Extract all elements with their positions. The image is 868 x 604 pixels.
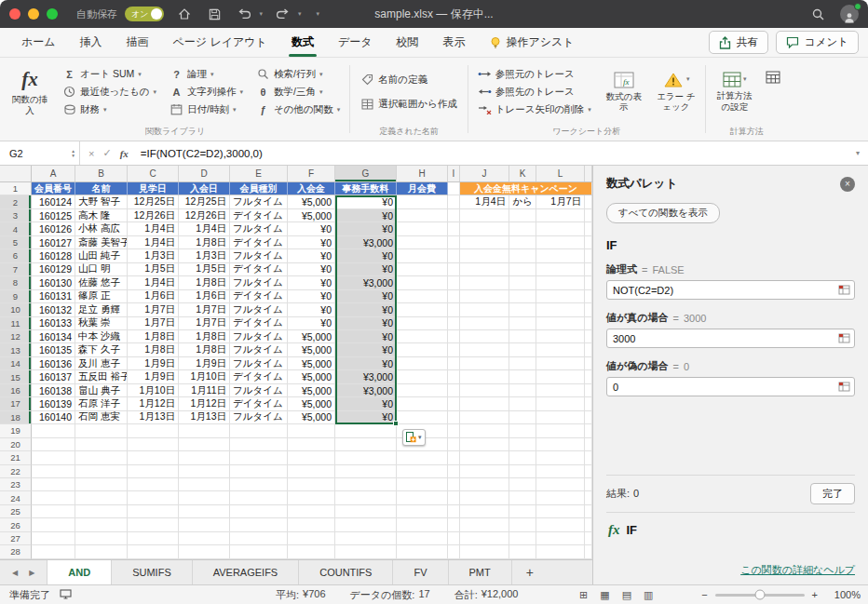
cell-M7[interactable] — [585, 263, 592, 276]
cell-J10[interactable] — [460, 303, 509, 316]
column-header-D[interactable]: D — [179, 166, 230, 181]
cell-M6[interactable] — [585, 249, 592, 262]
cell-J11[interactable] — [460, 317, 509, 330]
cell-I28[interactable] — [448, 545, 460, 558]
row-header-14[interactable]: 14 — [0, 357, 32, 370]
cell-A14[interactable]: 160136 — [32, 357, 75, 370]
cell-E16[interactable]: フルタイム — [230, 384, 288, 397]
row-header-23[interactable]: 23 — [0, 478, 32, 491]
cell-K7[interactable] — [509, 263, 536, 276]
row-header-10[interactable]: 10 — [0, 303, 32, 316]
cell-C17[interactable]: 1月12日 — [128, 397, 179, 410]
cell-J12[interactable] — [460, 330, 509, 343]
cell-J19[interactable] — [460, 424, 509, 437]
cell-H23[interactable] — [397, 478, 448, 491]
cell-D13[interactable]: 1月8日 — [179, 343, 230, 356]
cell-I10[interactable] — [448, 303, 460, 316]
cell-D18[interactable]: 1月13日 — [179, 411, 230, 424]
cell-K9[interactable] — [509, 290, 536, 303]
cell-J24[interactable] — [460, 491, 509, 504]
cell-D10[interactable]: 1月7日 — [179, 303, 230, 316]
cell-H11[interactable] — [397, 317, 448, 330]
zoom-level[interactable]: 100% — [825, 589, 861, 600]
cell-D15[interactable]: 1月10日 — [179, 370, 230, 383]
cell-A13[interactable]: 160135 — [32, 343, 75, 356]
cell-K26[interactable] — [509, 518, 536, 531]
cell-B26[interactable] — [75, 518, 128, 531]
autosave-toggle[interactable]: オン — [125, 7, 164, 21]
cell-M20[interactable] — [585, 438, 592, 451]
sheet-nav-right-icon[interactable]: ▶ — [29, 569, 34, 577]
cell-E18[interactable]: フルタイム — [230, 411, 288, 424]
cell-F16[interactable]: ¥5,000 — [288, 384, 335, 397]
cell-B18[interactable]: 石岡 恵実 — [75, 411, 128, 424]
cell-I20[interactable] — [448, 438, 460, 451]
cell-L18[interactable] — [536, 411, 585, 424]
cell-C9[interactable]: 1月6日 — [128, 290, 179, 303]
cell-C3[interactable]: 12月26日 — [128, 209, 179, 222]
column-header-F[interactable]: F — [288, 166, 335, 181]
cell-B21[interactable] — [75, 451, 128, 464]
cell-M21[interactable] — [585, 451, 592, 464]
cell-E14[interactable]: フルタイム — [230, 357, 288, 370]
cell-L19[interactable] — [536, 424, 585, 437]
cell-B17[interactable]: 石原 洋子 — [75, 397, 128, 410]
cell-D21[interactable] — [179, 451, 230, 464]
cell-L6[interactable] — [536, 249, 585, 262]
date-time-button[interactable]: 日付/時刻 ▾ — [170, 103, 243, 116]
cell-G2[interactable]: ¥0 — [335, 195, 397, 208]
cell-B1[interactable]: 名前 — [75, 182, 128, 195]
cell-L13[interactable] — [536, 343, 585, 356]
undo-dropdown-chevron[interactable]: ▾ — [259, 10, 263, 18]
cell-F15[interactable]: ¥5,000 — [288, 370, 335, 383]
field-input-logical[interactable]: NOT(C2=D2) — [606, 280, 855, 300]
cell-C16[interactable]: 1月10日 — [128, 384, 179, 397]
cell-B20[interactable] — [75, 438, 128, 451]
cell-F17[interactable]: ¥5,000 — [288, 397, 335, 410]
cell-F27[interactable] — [288, 532, 335, 545]
cell-D7[interactable]: 1月5日 — [179, 263, 230, 276]
cell-C26[interactable] — [128, 518, 179, 531]
cell-K27[interactable] — [509, 532, 536, 545]
cell-K8[interactable] — [509, 276, 536, 289]
cell-J15[interactable] — [460, 370, 509, 383]
cell-L5[interactable] — [536, 236, 585, 249]
cell-B25[interactable] — [75, 505, 128, 518]
cell-C20[interactable] — [128, 438, 179, 451]
row-header-15[interactable]: 15 — [0, 370, 32, 383]
cell-I2[interactable] — [448, 195, 460, 208]
cell-B5[interactable]: 斎藤 美智子 — [75, 236, 128, 249]
cell-D22[interactable] — [179, 465, 230, 478]
cell-M23[interactable] — [585, 478, 592, 491]
cell-A6[interactable]: 160128 — [32, 249, 75, 262]
cell-G11[interactable]: ¥0 — [335, 317, 397, 330]
ribbon-tab[interactable]: データ — [326, 28, 385, 57]
cell-G16[interactable]: ¥3,000 — [335, 384, 397, 397]
cell-A1[interactable]: 会員番号 — [32, 182, 75, 195]
row-header-11[interactable]: 11 — [0, 317, 32, 330]
cell-M4[interactable] — [585, 222, 592, 235]
row-header-12[interactable]: 12 — [0, 330, 32, 343]
error-check-button[interactable]: ▾ エラー チェック — [650, 72, 702, 113]
row-header-4[interactable]: 4 — [0, 222, 32, 235]
cell-D25[interactable] — [179, 505, 230, 518]
cell-B24[interactable] — [75, 491, 128, 504]
cell-D11[interactable]: 1月7日 — [179, 317, 230, 330]
cell-J2[interactable]: 1月4日 — [460, 195, 509, 208]
cell-D1[interactable]: 入会日 — [179, 182, 230, 195]
cell-E3[interactable]: デイタイム — [230, 209, 288, 222]
cell-A7[interactable]: 160129 — [32, 263, 75, 276]
cell-F18[interactable]: ¥5,000 — [288, 411, 335, 424]
cell-K13[interactable] — [509, 343, 536, 356]
cell-L11[interactable] — [536, 317, 585, 330]
cell-E4[interactable]: フルタイム — [230, 222, 288, 235]
column-header-K[interactable]: K — [509, 166, 536, 181]
cell-L17[interactable] — [536, 397, 585, 410]
cell-G4[interactable]: ¥0 — [335, 222, 397, 235]
cell-H4[interactable] — [397, 222, 448, 235]
cell-G14[interactable]: ¥0 — [335, 357, 397, 370]
cell-D9[interactable]: 1月6日 — [179, 290, 230, 303]
cell-A15[interactable]: 160137 — [32, 370, 75, 383]
cell-A26[interactable] — [32, 518, 75, 531]
cell-A25[interactable] — [32, 505, 75, 518]
